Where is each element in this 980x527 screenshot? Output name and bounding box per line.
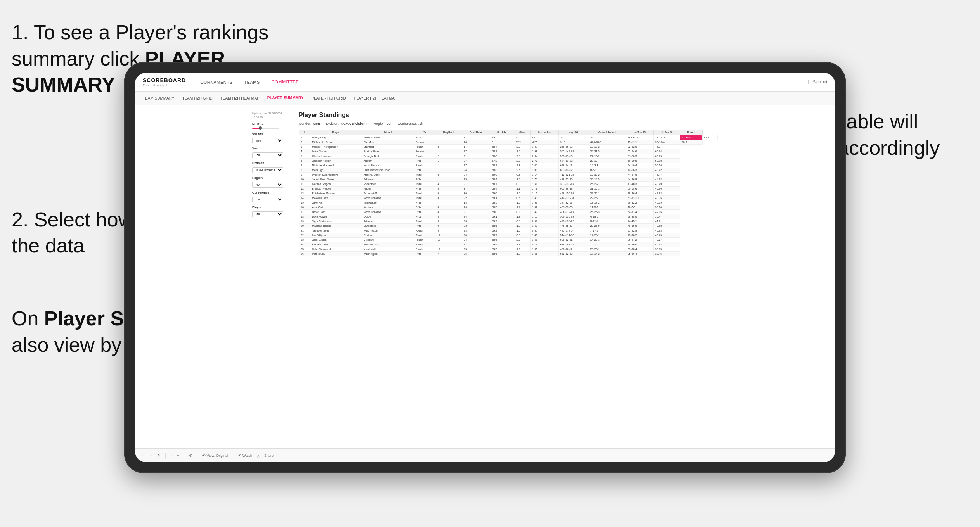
cell-12-9: 428-150-30 [558,191,589,196]
view-original-btn[interactable]: 👁 View: Original [202,454,228,458]
sep2 [184,453,184,459]
subnav-team-h2h-heatmap[interactable]: TEAM H2H HEATMAP [220,95,260,102]
cell-0-1: Wenyi Ding [310,135,362,140]
cell-5-5: 27 [462,159,490,163]
cell-18-11: 24-45-1 [626,219,653,224]
nav-tournaments[interactable]: TOURNAMENTS [197,78,232,86]
cell-13-4: 3 [436,196,462,200]
cell-10-12: 43.49 [653,182,680,187]
watch-btn[interactable]: 👁 Watch [238,454,252,458]
clock-btn[interactable]: ⏱ [189,454,192,458]
cell-16-0: 17 [299,210,310,214]
cell-22-9: 509-82-21 [558,238,589,242]
table-row: 26Petr HrubyWashingtonFifth72568.6-1.81.… [299,252,718,256]
cell-6-4: 1 [436,163,462,168]
cell-3-8: 1.98 [530,149,558,154]
reload-btn[interactable]: ↻ [158,454,161,458]
subnav-team-summary[interactable]: TEAM SUMMARY [143,95,175,102]
back-btn[interactable]: ← [141,454,145,458]
sep1 [165,453,166,459]
subnav-team-h2h-grid[interactable]: TEAM H2H GRID [182,95,213,102]
share-btn[interactable]: Share [264,454,274,458]
subnav-player-h2h-grid[interactable]: PLAYER H2H GRID [312,95,346,102]
cell-17-5: 24 [462,214,490,219]
cell-24-6: 69.3 [490,247,514,252]
forward-btn[interactable]: → [149,454,153,458]
table-row: 10Jacob Skov OlesenArkansasFifth12568.4-… [299,177,718,182]
cell-21-3: Third [414,233,436,238]
cell-25-2: Washington [362,252,414,256]
cell-7-10: 8-6-1 [589,168,626,173]
cell-14-3: Fifth [414,200,436,205]
subnav-player-summary[interactable]: PLAYER SUMMARY [267,94,304,102]
cell-10-4: 4 [436,182,462,187]
zoom-in-btn[interactable]: + [177,454,179,458]
cell-13-5: 22 [462,196,490,200]
cell-0-12: 28-15-0 [653,135,680,140]
cell-7-7: -2.5 [514,168,530,173]
cell-0-13: 57-23-0 [680,135,702,140]
cell-3-0: 4 [299,149,310,154]
division-select[interactable]: NCAA Division I [252,167,283,173]
cell-8-2: Arizona State [362,173,414,177]
gender-select[interactable]: Men [252,138,283,143]
sign-out-link[interactable]: Sign out [813,80,827,84]
nav-committee[interactable]: COMMITTEE [272,78,299,86]
share-icon-btn[interactable]: △ [257,454,260,458]
cell-11-10: 31-15-1 [589,187,626,191]
cell-4-2: Georgia Tech [362,154,414,159]
cell-3-7: -1.6 [514,149,530,154]
region-select[interactable]: N/A [252,182,283,188]
cell-17-7: -1.8 [514,214,530,219]
cell-16-3: Fifth [414,210,436,214]
cell-14-6: 68.5 [490,200,514,205]
cell-9-3: Fifth [414,177,436,182]
cell-9-12: 44.92 [653,177,680,182]
table-row: 1Wenyi DingArizona StateFirst1115167.1-3… [299,135,718,140]
subnav-player-h2h-heatmap[interactable]: PLAYER H2H HEATMAP [354,95,397,102]
cell-16-5: 21 [462,210,490,214]
sep3 [197,453,197,459]
cell-23-4: 1 [436,242,462,247]
cell-4-4: 2 [436,154,462,159]
conference-select[interactable]: (All) [252,197,283,202]
no-rds-slider[interactable] [252,128,291,129]
cell-23-12: 40.02 [653,242,680,247]
cell-15-0: 16 [299,205,310,210]
cell-1-8: -2.7 [530,140,558,145]
cell-21-1: Ian Gilligan [310,233,362,238]
player-select[interactable]: (All) [252,211,283,217]
cell-13-10: 22-26-7 [589,196,626,200]
cell-12-11: 38-46-4 [626,191,653,196]
cell-12-1: Phichaisak Maichon [310,191,362,196]
cell-10-9: 387-133-16 [558,182,589,187]
app-header: SCOREBOARD Powered by clippi TOURNAMENTS… [135,73,835,92]
cell-23-2: New Mexico [362,242,414,247]
zoom-out-btn[interactable]: − [170,454,172,458]
cell-7-9: 607-63-12 [558,168,589,173]
table-row: 17David FordNorth CarolinaFifth42169.0-0… [299,210,718,214]
year-select[interactable]: (All) [252,152,283,158]
cell-5-3: First [414,159,436,163]
cell-17-9: 500-155-35 [558,214,589,219]
cell-18-12: 41.81 [653,219,680,224]
logo-sub: Powered by clippi [143,83,186,87]
cell-24-9: 452-96-12 [558,247,589,252]
cell-7-0: 8 [299,168,310,173]
no-rds-label: No Rds. [252,123,291,126]
cell-12-10: 22-26-1 [589,191,626,196]
cell-10-7: -0.8 [514,182,530,187]
cell-21-6: 68.7 [490,233,514,238]
cell-20-2: Washington [362,228,414,233]
table-header-row: # Player School Yr Reg Rank Conf Rank No… [299,130,718,135]
cell-15-2: Kentucky [362,205,414,210]
cell-0-4: 1 [436,135,462,140]
cell-1-7: 67.1 [514,140,530,145]
cell-15-8: 1.92 [530,205,558,210]
cell-3-5: 27 [462,149,490,154]
nav-teams[interactable]: TEAMS [244,78,260,86]
cell-19-0: 20 [299,224,310,228]
cell-5-8: 2.72 [530,159,558,163]
cell-23-9: 616-168-22 [558,242,589,247]
cell-10-2: Vanderbilt [362,182,414,187]
